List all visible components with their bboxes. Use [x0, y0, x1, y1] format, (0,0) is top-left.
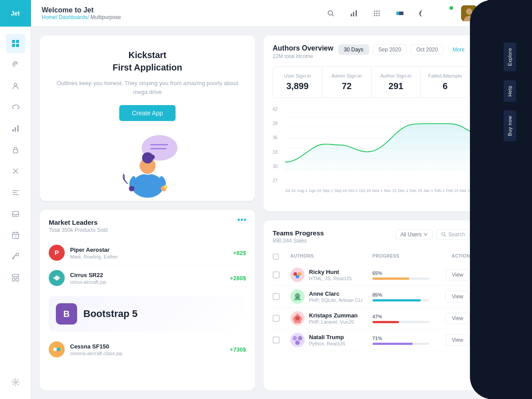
- kickstart-description: Outlines keep you honest. They stoping y…: [53, 79, 242, 96]
- svg-rect-22: [351, 14, 352, 16]
- col-progress: PROGRESS: [372, 254, 434, 260]
- x-label: Mar 1: [460, 188, 470, 193]
- apps-icon: [373, 9, 381, 17]
- buy-now-button[interactable]: Buy now: [504, 110, 516, 141]
- search-bar[interactable]: Search: [436, 229, 470, 240]
- sidebar-item-layout[interactable]: [6, 268, 25, 287]
- col-authors: AUTHORS: [290, 254, 372, 260]
- sidebar-item-grid[interactable]: [6, 34, 25, 53]
- progress-kristaps: 47%: [372, 314, 434, 323]
- team-row-ricky: Ricky Hunt HTML, JS, ReactJS 65% View: [273, 264, 470, 286]
- sidebar-item-calendar[interactable]: 31: [6, 225, 25, 245]
- right-column: Authors Overview 22M total income 30 Day…: [264, 35, 479, 390]
- svg-point-49: [57, 348, 60, 351]
- svg-point-47: [164, 185, 168, 189]
- author-ricky: Ricky Hunt HTML, JS, ReactJS: [290, 268, 372, 282]
- col-action: ACTION: [434, 254, 470, 260]
- team-name-natali: Natali Trump: [309, 334, 345, 340]
- view-button-ricky[interactable]: View: [445, 269, 470, 281]
- team-row-anne: Anne Clarc PHP, SQLite, Artisan CLI 85% …: [273, 286, 470, 308]
- svg-point-56: [442, 233, 445, 236]
- view-button-kristaps[interactable]: View: [445, 313, 470, 324]
- progress-ricky: 65%: [372, 270, 434, 280]
- breadcrumb-home[interactable]: Home/: [42, 14, 57, 20]
- apps-button[interactable]: [369, 5, 385, 21]
- sidebar-item-analytics[interactable]: [6, 119, 25, 138]
- sidebar-item-tools[interactable]: [6, 246, 25, 266]
- progress-bar-bg-kristaps: [372, 321, 429, 323]
- svg-point-30: [379, 12, 380, 14]
- chart-svg: [285, 105, 470, 185]
- sidebar-item-menu[interactable]: [6, 183, 25, 202]
- dot-2: [241, 219, 243, 221]
- market-more-button[interactable]: [238, 219, 246, 221]
- checkbox-anne[interactable]: [273, 293, 280, 300]
- svg-rect-2: [12, 44, 15, 47]
- sidebar-item-fingerprint[interactable]: [6, 55, 25, 74]
- svg-point-27: [379, 10, 380, 12]
- settings-icon-button[interactable]: [6, 372, 25, 392]
- page-title: Welcome to Jet: [42, 6, 121, 14]
- plane-icon: [52, 274, 61, 282]
- svg-point-29: [376, 12, 378, 14]
- search-button[interactable]: [323, 5, 339, 21]
- action-natali: View: [434, 334, 470, 346]
- svg-point-16: [16, 253, 19, 256]
- period-tab-30days[interactable]: 30 Days: [338, 44, 369, 55]
- teams-header: Teams Progress 890,344 Sales All Users S…: [273, 229, 470, 244]
- help-button[interactable]: Help: [504, 80, 516, 102]
- sidebar-item-close[interactable]: [6, 161, 25, 181]
- row-check-anne: [273, 293, 290, 300]
- stats-button[interactable]: [346, 5, 362, 21]
- svg-point-48: [53, 348, 57, 351]
- breadcrumb-dashboards[interactable]: Dashboards/: [59, 14, 89, 20]
- market-icon-cessna: [49, 341, 65, 357]
- view-button-natali[interactable]: View: [445, 334, 470, 346]
- sidebar-item-security[interactable]: [6, 140, 25, 160]
- svg-point-25: [374, 10, 376, 12]
- all-users-select[interactable]: All Users: [395, 229, 433, 240]
- y-axis: 42 39 36 33 30 27: [273, 105, 285, 185]
- notifications-button[interactable]: [392, 5, 408, 21]
- cessna-icon: [52, 346, 61, 353]
- y-label-36: 36: [273, 135, 282, 140]
- sidebar-item-user[interactable]: [6, 76, 25, 96]
- moon-icon: [419, 9, 427, 17]
- cloud-icon: [12, 103, 20, 111]
- period-tab-more[interactable]: More: [447, 45, 470, 55]
- period-tab-oct[interactable]: Oct 2020: [411, 44, 444, 55]
- svg-rect-3: [16, 44, 19, 47]
- teams-table-header: AUTHORS PROGRESS ACTION: [273, 251, 470, 262]
- checkbox-kristaps[interactable]: [273, 315, 280, 322]
- authors-subtitle: 22M total income: [273, 53, 333, 59]
- analytics-icon: [12, 125, 20, 133]
- svg-point-28: [374, 12, 376, 14]
- sidebar-item-cloud[interactable]: [6, 98, 25, 117]
- sidebar-item-inbox[interactable]: [6, 204, 25, 223]
- view-button-anne[interactable]: View: [445, 291, 470, 302]
- market-name-cessna: Cessna SF150: [70, 343, 224, 350]
- svg-rect-12: [12, 194, 19, 195]
- user-icon: [12, 82, 20, 90]
- teams-title-group: Teams Progress 890,344 Sales: [273, 229, 324, 244]
- authors-header: Authors Overview 22M total income 30 Day…: [273, 44, 470, 59]
- period-tab-sep[interactable]: Sep 2020: [373, 44, 407, 55]
- action-ricky: View: [434, 269, 470, 281]
- market-value-piper: +82$: [233, 250, 246, 256]
- x-label: Feb 1: [434, 188, 445, 193]
- chart-svg-container: Jul 15 Aug 1 Agu 15 Sep 1 Sep 15 Oct 1 O…: [285, 105, 470, 195]
- explore-button[interactable]: Explore: [504, 43, 516, 71]
- theme-toggle[interactable]: [415, 5, 431, 21]
- calendar-icon: 31: [12, 231, 20, 239]
- select-all-checkbox[interactable]: [273, 254, 279, 260]
- online-indicator: [438, 5, 454, 21]
- progress-bar-bg-ricky: [372, 278, 429, 280]
- create-app-button[interactable]: Create App: [119, 105, 175, 121]
- sidebar-logo[interactable]: Jet: [0, 0, 31, 27]
- checkbox-ricky[interactable]: [273, 271, 280, 278]
- team-name-kristaps: Kristaps Zumman: [309, 312, 358, 319]
- checkbox-natali[interactable]: [273, 336, 280, 344]
- svg-rect-19: [16, 278, 19, 281]
- authors-title-group: Authors Overview 22M total income: [273, 44, 333, 59]
- svg-point-33: [379, 15, 380, 16]
